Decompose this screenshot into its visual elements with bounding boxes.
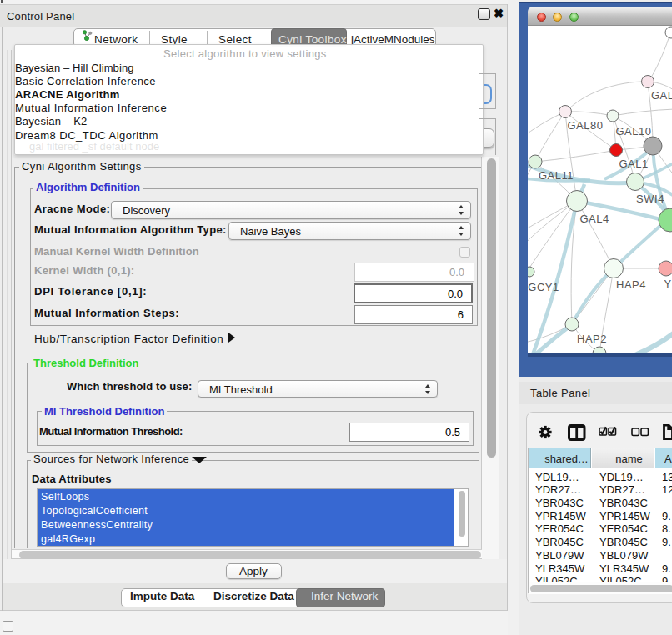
svg-text:GCY1: GCY1 — [528, 281, 559, 293]
svg-text:GAL2: GAL2 — [651, 89, 672, 102]
svg-text:GAL4: GAL4 — [579, 212, 609, 225]
svg-text:GAL11: GAL11 — [539, 169, 574, 182]
svg-text:SWI4: SWI4 — [636, 192, 664, 205]
svg-text:GAL10: GAL10 — [616, 125, 652, 138]
svg-text:HAP2: HAP2 — [577, 332, 607, 345]
svg-text:GAL1: GAL1 — [619, 158, 648, 170]
svg-text:Y: Y — [664, 278, 671, 290]
svg-text:HAP4: HAP4 — [616, 278, 646, 291]
svg-text:GAL80: GAL80 — [568, 119, 604, 132]
